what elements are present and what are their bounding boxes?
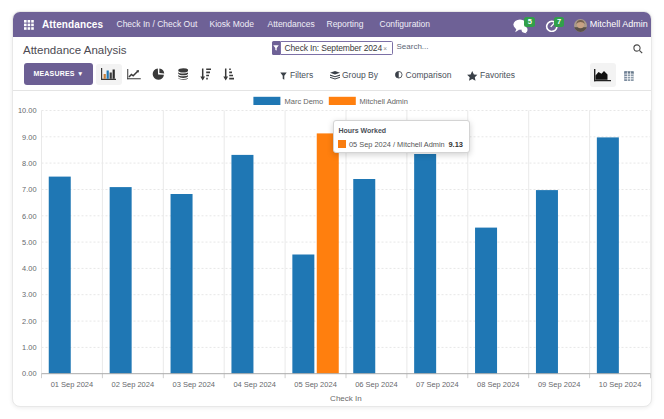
- svg-text:2.00: 2.00: [22, 317, 36, 326]
- svg-text:09 Sep 2024: 09 Sep 2024: [538, 380, 581, 389]
- svg-text:0.00: 0.00: [22, 369, 36, 378]
- svg-text:02 Sep 2024: 02 Sep 2024: [112, 380, 155, 389]
- svg-text:4.00: 4.00: [22, 264, 36, 273]
- svg-text:08 Sep 2024: 08 Sep 2024: [477, 380, 520, 389]
- svg-text:10 Sep 2024: 10 Sep 2024: [599, 380, 642, 389]
- svg-text:04 Sep 2024: 04 Sep 2024: [233, 380, 276, 389]
- svg-text:7.00: 7.00: [22, 185, 36, 194]
- svg-text:8.00: 8.00: [22, 159, 36, 168]
- svg-text:07 Sep 2024: 07 Sep 2024: [416, 380, 459, 389]
- svg-text:01 Sep 2024: 01 Sep 2024: [51, 380, 94, 389]
- svg-text:Marc Demo: Marc Demo: [285, 97, 324, 106]
- svg-text:05 Sep 2024: 05 Sep 2024: [294, 380, 337, 389]
- svg-text:5.00: 5.00: [22, 238, 36, 247]
- svg-text:9.00: 9.00: [22, 133, 36, 142]
- svg-text:3.00: 3.00: [22, 290, 36, 299]
- svg-text:Mitchell Admin: Mitchell Admin: [360, 97, 408, 106]
- svg-text:1.00: 1.00: [22, 343, 36, 352]
- svg-text:06 Sep 2024: 06 Sep 2024: [355, 380, 398, 389]
- svg-text:6.00: 6.00: [22, 212, 36, 221]
- svg-text:03 Sep 2024: 03 Sep 2024: [172, 380, 215, 389]
- svg-text:10.00: 10.00: [18, 106, 37, 115]
- svg-text:Check In: Check In: [330, 394, 362, 403]
